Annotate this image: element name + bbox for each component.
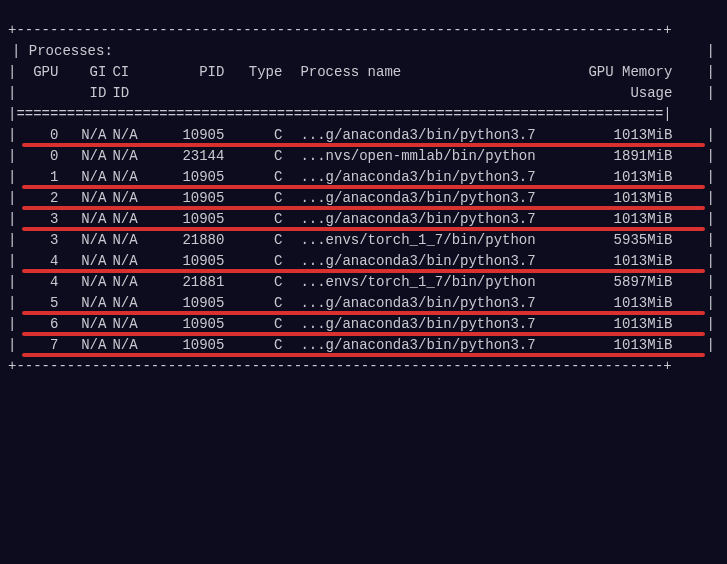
header-divider: |=======================================… bbox=[8, 104, 719, 125]
highlight-underline bbox=[22, 143, 705, 147]
table-row: |6N/AN/A10905C...g/anaconda3/bin/python3… bbox=[8, 314, 719, 335]
pipe-right: | bbox=[698, 83, 715, 104]
pipe-left: | bbox=[8, 230, 16, 251]
header-name: Process name bbox=[282, 62, 552, 83]
cell-gi: N/A bbox=[58, 146, 106, 167]
pipe-right: | bbox=[698, 230, 715, 251]
cell-gpu: 0 bbox=[16, 146, 58, 167]
table-row: |7N/AN/A10905C...g/anaconda3/bin/python3… bbox=[8, 335, 719, 356]
header-row-2: | ID ID Usage | bbox=[8, 83, 719, 104]
table-row: |0N/AN/A23144C...nvs/open-mmlab/bin/pyth… bbox=[8, 146, 719, 167]
highlight-underline bbox=[22, 185, 705, 189]
highlight-underline bbox=[22, 227, 705, 231]
cell-ci: N/A bbox=[106, 272, 150, 293]
pipe-right: | bbox=[707, 41, 715, 62]
cell-ci: N/A bbox=[106, 146, 150, 167]
table-row: |5N/AN/A10905C...g/anaconda3/bin/python3… bbox=[8, 293, 719, 314]
header-row-1: | GPU GI CI PID Type Process name GPU Me… bbox=[8, 62, 719, 83]
table-row: |3N/AN/A10905C...g/anaconda3/bin/python3… bbox=[8, 209, 719, 230]
header-gpu: GPU bbox=[16, 62, 58, 83]
header-name-blank bbox=[282, 83, 552, 104]
header-mem-sub: Usage bbox=[552, 83, 672, 104]
process-table-body: |0N/AN/A10905C...g/anaconda3/bin/python3… bbox=[8, 125, 719, 356]
highlight-underline bbox=[22, 269, 705, 273]
cell-type: C bbox=[224, 272, 282, 293]
pipe-left: | bbox=[8, 209, 16, 230]
pipe-left: | bbox=[8, 83, 16, 104]
pipe-left: | bbox=[8, 188, 16, 209]
cell-gpu: 4 bbox=[16, 272, 58, 293]
pipe-left: | bbox=[8, 167, 16, 188]
cell-gi: N/A bbox=[58, 272, 106, 293]
cell-pid: 23144 bbox=[150, 146, 224, 167]
cell-gpu-memory: 5897MiB bbox=[552, 272, 672, 293]
cell-process-name: ...nvs/open-mmlab/bin/python bbox=[282, 146, 552, 167]
header-ci-sub: ID bbox=[106, 83, 150, 104]
table-row: |1N/AN/A10905C...g/anaconda3/bin/python3… bbox=[8, 167, 719, 188]
cell-pid: 21881 bbox=[150, 272, 224, 293]
highlight-underline bbox=[22, 206, 705, 210]
table-row: |0N/AN/A10905C...g/anaconda3/bin/python3… bbox=[8, 125, 719, 146]
pipe-left: | bbox=[8, 335, 16, 356]
pipe-left: | bbox=[8, 314, 16, 335]
highlight-underline bbox=[22, 311, 705, 315]
highlight-underline bbox=[22, 332, 705, 336]
header-type-blank bbox=[224, 83, 282, 104]
processes-title-row: | Processes: | bbox=[8, 41, 719, 62]
pipe-right: | bbox=[698, 62, 715, 83]
pipe-right: | bbox=[698, 146, 715, 167]
header-type: Type bbox=[224, 62, 282, 83]
highlight-underline bbox=[22, 353, 705, 357]
header-pid: PID bbox=[150, 62, 224, 83]
pipe-left: | bbox=[8, 293, 16, 314]
header-pid-blank bbox=[150, 83, 224, 104]
cell-gi: N/A bbox=[58, 230, 106, 251]
nvidia-smi-output: +---------------------------------------… bbox=[8, 20, 719, 377]
cell-type: C bbox=[224, 146, 282, 167]
pipe-left: | bbox=[8, 251, 16, 272]
table-row: |4N/AN/A21881C...envs/torch_1_7/bin/pyth… bbox=[8, 272, 719, 293]
processes-title: Processes: bbox=[29, 41, 113, 62]
cell-gpu-memory: 1891MiB bbox=[552, 146, 672, 167]
cell-type: C bbox=[224, 230, 282, 251]
pipe-left: | bbox=[8, 125, 16, 146]
pipe-right: | bbox=[698, 272, 715, 293]
header-gi-sub: ID bbox=[58, 83, 106, 104]
cell-process-name: ...envs/torch_1_7/bin/python bbox=[282, 272, 552, 293]
header-gi: GI bbox=[58, 62, 106, 83]
pipe-left: | bbox=[8, 272, 16, 293]
cell-ci: N/A bbox=[106, 230, 150, 251]
bottom-border: +---------------------------------------… bbox=[8, 356, 719, 377]
cell-gpu-memory: 5935MiB bbox=[552, 230, 672, 251]
pipe-left: | bbox=[8, 146, 16, 167]
pipe-left: | bbox=[12, 41, 29, 62]
cell-pid: 21880 bbox=[150, 230, 224, 251]
cell-gpu: 3 bbox=[16, 230, 58, 251]
top-border: +---------------------------------------… bbox=[8, 20, 719, 41]
header-gpu-blank bbox=[16, 83, 58, 104]
header-ci: CI bbox=[106, 62, 150, 83]
cell-process-name: ...envs/torch_1_7/bin/python bbox=[282, 230, 552, 251]
header-mem: GPU Memory bbox=[552, 62, 672, 83]
pipe-left: | bbox=[8, 62, 16, 83]
table-row: |3N/AN/A21880C...envs/torch_1_7/bin/pyth… bbox=[8, 230, 719, 251]
table-row: |4N/AN/A10905C...g/anaconda3/bin/python3… bbox=[8, 251, 719, 272]
table-row: |2N/AN/A10905C...g/anaconda3/bin/python3… bbox=[8, 188, 719, 209]
